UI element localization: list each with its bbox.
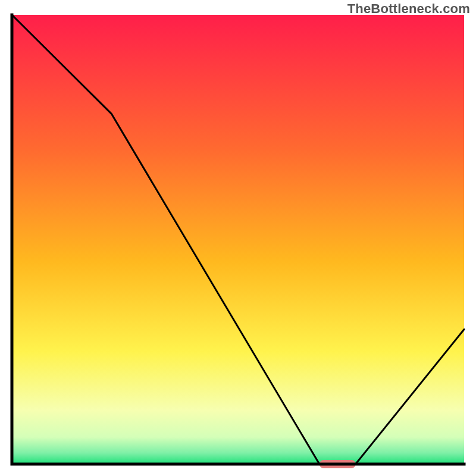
chart-container: TheBottleneck.com: [0, 0, 476, 476]
bottleneck-chart: [0, 0, 476, 476]
watermark-text: TheBottleneck.com: [347, 1, 470, 17]
